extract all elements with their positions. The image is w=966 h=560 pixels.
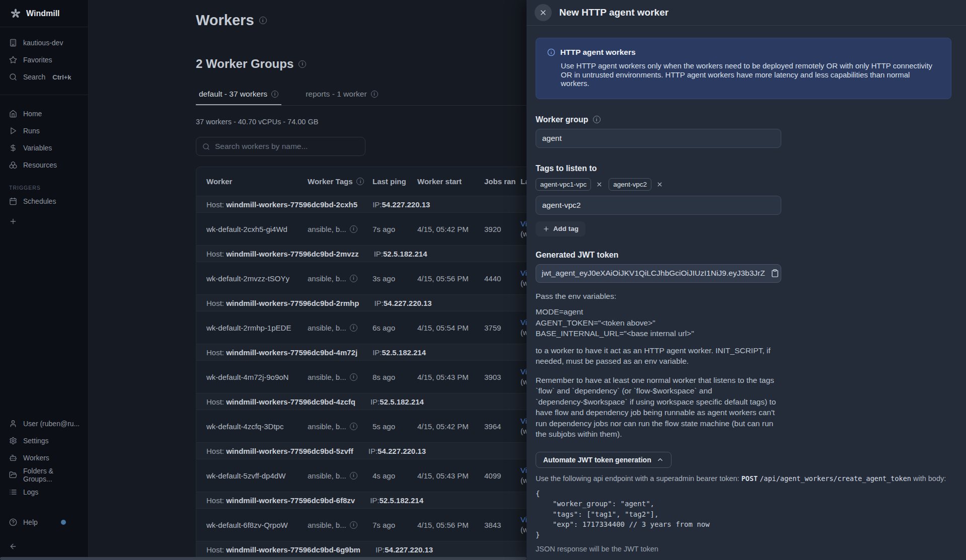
host-label: Host: bbox=[206, 250, 226, 258]
env-variables: MODE=agent AGENT_TOKEN="<token above>" B… bbox=[536, 306, 951, 339]
normal-worker-note: Remember to have at least one normal wor… bbox=[536, 375, 783, 440]
clipboard-copy-icon bbox=[771, 269, 779, 278]
worker-tags: ansible, b... bbox=[308, 373, 366, 381]
host-ip: 54.227.220.13 bbox=[382, 200, 430, 209]
new-tag-input[interactable] bbox=[536, 196, 781, 215]
col-worker: Worker bbox=[206, 177, 302, 186]
sidebar-item-resources[interactable]: Resources bbox=[0, 156, 88, 174]
sidebar-add-button[interactable] bbox=[0, 213, 88, 230]
worker-name: wk-default-6f8zv-QrpoW bbox=[206, 521, 302, 529]
worker-tags: ansible, b... bbox=[308, 471, 366, 480]
drawer-title: New HTTP agent worker bbox=[559, 7, 668, 18]
info-icon[interactable] bbox=[350, 373, 357, 381]
jwt-token-value[interactable]: jwt_agent_eyJ0eXAiOiJKV1QiLCJhbGciOiJIUz… bbox=[536, 264, 781, 283]
worker-start: 4/15, 05:43 PM bbox=[417, 373, 478, 381]
ip-label: IP: bbox=[373, 348, 382, 357]
horizontal-scrollbar[interactable] bbox=[0, 557, 527, 560]
tags-to-listen-label: Tags to listen to bbox=[536, 164, 597, 173]
worker-last-ping: 3s ago bbox=[373, 274, 411, 283]
worker-group-label: Worker group bbox=[536, 115, 588, 124]
env-intro: Pass the env variables: bbox=[536, 291, 783, 302]
drawer-body: HTTP agent workers Use HTTP agent worker… bbox=[527, 26, 966, 560]
sidebar-item-variables[interactable]: Variables bbox=[0, 139, 88, 156]
tab-reports-group[interactable]: reports - 1 worker bbox=[303, 90, 381, 105]
info-icon[interactable] bbox=[350, 275, 357, 282]
x-icon bbox=[596, 181, 603, 188]
add-tag-label: Add tag bbox=[553, 225, 578, 232]
sidebar-item-runs[interactable]: Runs bbox=[0, 122, 88, 139]
chevron-up-icon bbox=[656, 456, 664, 463]
host-ip: 52.5.182.214 bbox=[382, 348, 426, 357]
sidebar-item-help[interactable]: Help bbox=[0, 514, 88, 531]
worker-groups-title: 2 Worker Groups bbox=[196, 57, 293, 71]
automate-jwt-label: Automate JWT token generation bbox=[543, 456, 651, 464]
info-icon[interactable] bbox=[350, 324, 357, 332]
api-method: POST bbox=[741, 474, 758, 483]
ip-label: IP: bbox=[370, 496, 379, 505]
sidebar-item-folders-groups[interactable]: Folders & Groups... bbox=[0, 466, 88, 484]
automate-jwt-toggle[interactable]: Automate JWT token generation bbox=[536, 452, 672, 468]
host-ip: 52.5.182.214 bbox=[383, 250, 427, 258]
worker-last-ping: 7s ago bbox=[373, 521, 411, 529]
settings-label: Settings bbox=[23, 437, 49, 445]
close-drawer-button[interactable] bbox=[535, 4, 552, 21]
sidebar-item-workers[interactable]: Workers bbox=[0, 449, 88, 466]
api-path: /api/agent_workers/create_agent_token bbox=[760, 474, 911, 483]
worker-jobs-ran: 3759 bbox=[484, 324, 514, 332]
copy-token-button[interactable] bbox=[771, 269, 779, 278]
worker-group-input[interactable] bbox=[536, 129, 781, 148]
info-icon[interactable] bbox=[593, 116, 601, 123]
boxes-icon bbox=[9, 161, 17, 169]
worker-search-input[interactable] bbox=[215, 142, 359, 151]
schedules-label: Schedules bbox=[23, 197, 56, 205]
gear-icon bbox=[9, 437, 17, 445]
info-icon[interactable] bbox=[350, 472, 357, 479]
search-icon bbox=[9, 73, 17, 81]
api-prefix: Use the following api endpoint with a su… bbox=[536, 474, 739, 483]
host-label: Host: bbox=[206, 447, 226, 455]
building-icon bbox=[9, 39, 17, 47]
info-icon[interactable] bbox=[350, 423, 357, 430]
x-icon bbox=[656, 181, 663, 188]
sidebar-item-user[interactable]: User (ruben@ru... bbox=[0, 415, 88, 432]
info-icon[interactable] bbox=[259, 17, 267, 24]
remove-tag-button[interactable] bbox=[596, 181, 603, 188]
robot-icon bbox=[9, 454, 17, 462]
info-box-title: HTTP agent workers bbox=[560, 48, 636, 57]
worker-last-ping: 7s ago bbox=[373, 225, 411, 233]
worker-search[interactable] bbox=[196, 137, 365, 156]
list-icon bbox=[9, 488, 17, 496]
collapse-sidebar-button[interactable] bbox=[0, 538, 88, 555]
worker-last-ping: 6s ago bbox=[373, 324, 411, 332]
api-endpoint-line: Use the following api endpoint with a su… bbox=[536, 474, 951, 483]
sidebar-item-workspace[interactable]: kautious-dev bbox=[0, 34, 88, 51]
env-outro: to a worker to have it act as an HTTP ag… bbox=[536, 345, 783, 367]
host-label: Host: bbox=[206, 397, 226, 406]
worker-start: 4/15, 05:56 PM bbox=[417, 521, 478, 529]
sidebar-item-search[interactable]: Search Ctrl+k bbox=[0, 68, 88, 86]
api-suffix: with body: bbox=[913, 474, 946, 483]
close-icon bbox=[539, 9, 547, 17]
search-icon bbox=[202, 143, 210, 150]
host-ip: 54.227.220.13 bbox=[384, 299, 432, 307]
sidebar-item-favorites[interactable]: Favorites bbox=[0, 51, 88, 68]
sidebar-item-schedules[interactable]: Schedules bbox=[0, 193, 88, 210]
sidebar-item-logs[interactable]: Logs bbox=[0, 484, 88, 501]
sidebar-item-settings[interactable]: Settings bbox=[0, 432, 88, 449]
tab-default-group[interactable]: default - 37 workers bbox=[196, 90, 281, 105]
ip-label: IP: bbox=[370, 397, 380, 406]
add-tag-button[interactable]: Add tag bbox=[536, 221, 585, 236]
info-icon[interactable] bbox=[356, 178, 364, 185]
ip-label: IP: bbox=[376, 545, 385, 554]
search-label: Search bbox=[23, 73, 45, 81]
col-last-ping: Last ping bbox=[373, 177, 411, 186]
info-icon[interactable] bbox=[271, 91, 278, 98]
info-icon[interactable] bbox=[350, 225, 357, 233]
info-icon[interactable] bbox=[350, 521, 357, 529]
help-label: Help bbox=[23, 518, 38, 526]
app-brand[interactable]: Windmill bbox=[0, 0, 88, 27]
sidebar-item-home[interactable]: Home bbox=[0, 105, 88, 122]
info-icon[interactable] bbox=[299, 60, 306, 68]
info-icon[interactable] bbox=[371, 91, 378, 98]
remove-tag-button[interactable] bbox=[656, 181, 663, 188]
